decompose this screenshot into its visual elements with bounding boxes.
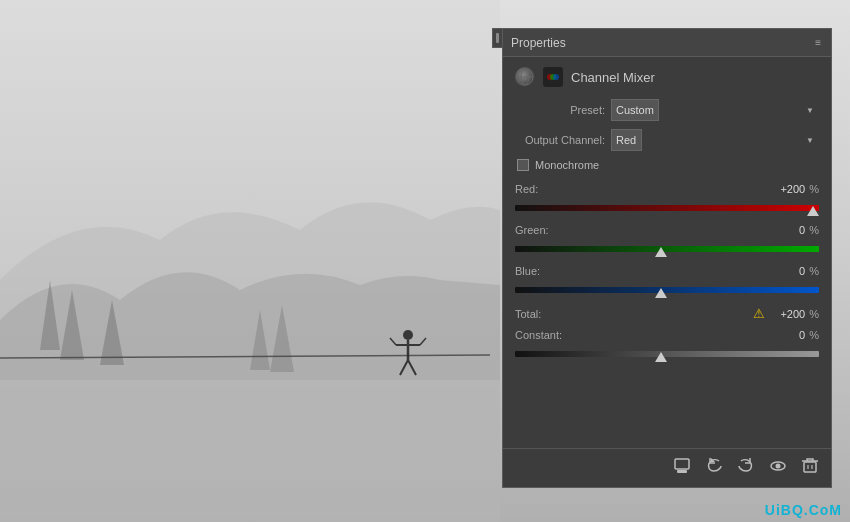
- red-slider-header: Red: +200 %: [515, 183, 819, 195]
- warning-icon: ⚠: [753, 306, 765, 321]
- preset-row: Preset: Custom: [515, 99, 819, 121]
- green-label: Green:: [515, 224, 549, 236]
- constant-slider-track-wrapper[interactable]: [515, 344, 819, 364]
- blue-value-group: 0 %: [769, 265, 819, 277]
- blue-slider-section: Blue: 0 %: [515, 265, 819, 300]
- mixer-title: Channel Mixer: [571, 70, 655, 85]
- red-slider-track: [515, 205, 819, 211]
- green-slider-track: [515, 246, 819, 252]
- preset-label: Preset:: [515, 104, 605, 116]
- red-unit: %: [809, 183, 819, 195]
- total-unit: %: [809, 308, 819, 320]
- constant-label: Constant:: [515, 329, 562, 341]
- total-value: +200: [769, 308, 805, 320]
- red-value: +200: [769, 183, 805, 195]
- green-slider-header: Green: 0 %: [515, 224, 819, 236]
- blue-slider-header: Blue: 0 %: [515, 265, 819, 277]
- panel-menu-button[interactable]: ≡: [813, 37, 823, 48]
- visibility-icon[interactable]: [769, 457, 787, 479]
- red-slider-track-wrapper[interactable]: [515, 198, 819, 218]
- red-slider-section: Red: +200 %: [515, 183, 819, 218]
- preset-select[interactable]: Custom: [611, 99, 659, 121]
- reset-icon[interactable]: [737, 457, 755, 479]
- monochrome-row: Monochrome: [517, 159, 819, 171]
- svg-point-17: [553, 74, 559, 80]
- blue-slider-track-wrapper[interactable]: [515, 280, 819, 300]
- green-slider-thumb[interactable]: [655, 247, 667, 257]
- total-label: Total:: [515, 308, 753, 320]
- panel-header: Properties ≡: [503, 29, 831, 57]
- green-value: 0: [769, 224, 805, 236]
- svg-rect-10: [0, 0, 500, 522]
- blue-value: 0: [769, 265, 805, 277]
- constant-unit: %: [809, 329, 819, 341]
- monochrome-checkbox[interactable]: [517, 159, 529, 171]
- green-unit: %: [809, 224, 819, 236]
- output-channel-label: Output Channel:: [515, 134, 605, 146]
- red-slider-thumb[interactable]: [807, 206, 819, 216]
- constant-value: 0: [769, 329, 805, 341]
- svg-point-21: [776, 464, 781, 469]
- green-slider-section: Green: 0 %: [515, 224, 819, 259]
- total-row: Total: ⚠ +200 %: [515, 306, 819, 321]
- previous-state-icon[interactable]: [705, 457, 723, 479]
- red-label: Red:: [515, 183, 538, 195]
- constant-slider-section: Constant: 0 %: [515, 329, 819, 364]
- constant-slider-thumb[interactable]: [655, 352, 667, 362]
- constant-value-group: 0 %: [769, 329, 819, 341]
- output-channel-select-wrapper[interactable]: Red: [611, 129, 819, 151]
- blue-slider-track: [515, 287, 819, 293]
- blue-label: Blue:: [515, 265, 540, 277]
- svg-rect-19: [677, 470, 687, 473]
- red-value-group: +200 %: [769, 183, 819, 195]
- output-channel-select[interactable]: Red: [611, 129, 642, 151]
- delete-layer-icon[interactable]: [801, 457, 819, 479]
- constant-slider-track: [515, 351, 819, 357]
- svg-rect-22: [804, 462, 816, 472]
- adjustment-globe-icon: [515, 67, 535, 87]
- blue-slider-thumb[interactable]: [655, 288, 667, 298]
- channel-mixer-icon: [543, 67, 563, 87]
- blue-unit: %: [809, 265, 819, 277]
- clip-to-layer-icon[interactable]: [673, 457, 691, 479]
- output-channel-row: Output Channel: Red: [515, 129, 819, 151]
- watermark: UiBQ.CoM: [765, 502, 842, 518]
- panel-controls: ≡: [813, 37, 823, 48]
- preset-select-wrapper[interactable]: Custom: [611, 99, 819, 121]
- panel-title: Properties: [511, 36, 566, 50]
- green-value-group: 0 %: [769, 224, 819, 236]
- monochrome-label: Monochrome: [535, 159, 599, 171]
- mixer-header: Channel Mixer: [515, 67, 819, 87]
- resize-dot: [496, 33, 499, 43]
- panel-body: Channel Mixer Preset: Custom Output Chan…: [503, 57, 831, 448]
- properties-panel: Properties ≡ Chan: [502, 28, 832, 488]
- green-slider-track-wrapper[interactable]: [515, 239, 819, 259]
- svg-rect-18: [675, 459, 689, 469]
- panel-footer: [503, 448, 831, 487]
- constant-slider-header: Constant: 0 %: [515, 329, 819, 341]
